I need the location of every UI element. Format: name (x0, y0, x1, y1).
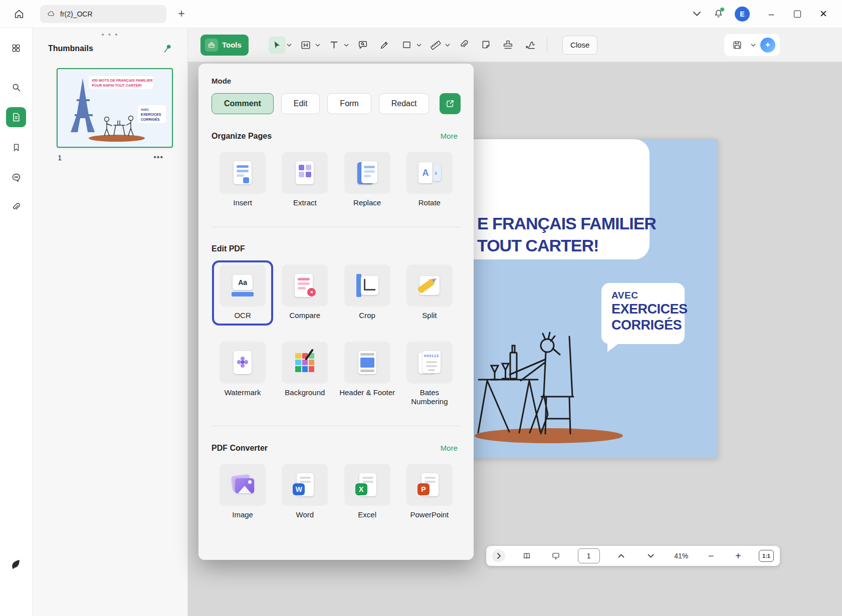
zoom-out-button[interactable]: − (705, 550, 718, 562)
book-icon (522, 550, 531, 561)
edit-pdf-grid: Aa OCR × Compare (212, 260, 461, 412)
reader-mode-button[interactable] (519, 548, 534, 563)
save-dropdown[interactable] (750, 37, 756, 54)
sticker-icon (481, 40, 491, 50)
sticker-tool-button[interactable] (478, 37, 495, 54)
pin-icon (163, 44, 173, 54)
attachment-tool-button[interactable] (456, 37, 473, 54)
previous-page-button[interactable] (614, 548, 629, 563)
pdf-converter-more-link[interactable]: More (438, 443, 461, 453)
signature-tool-button[interactable] (522, 37, 539, 54)
next-page-button[interactable] (643, 548, 658, 563)
organize-pages-grid: Insert Extract (212, 148, 461, 213)
rectangle-shape-icon (401, 40, 412, 50)
sticky-note-tool-button[interactable] (354, 37, 371, 54)
mode-comment-button[interactable]: Comment (212, 93, 274, 114)
text-tool-dropdown[interactable] (343, 37, 349, 54)
tool-header-footer[interactable]: Header & Footer (337, 338, 398, 412)
page-number-input[interactable] (578, 548, 600, 563)
excel-convert-icon: X (344, 464, 390, 506)
minimize-button[interactable]: – (760, 1, 783, 27)
sidebar-item-attachments[interactable] (6, 197, 26, 217)
app-logo-icon (10, 557, 23, 570)
sidebar-item-search[interactable] (6, 77, 26, 97)
topbar-right-group: E – ✕ (688, 1, 835, 27)
page-thumbnails-icon (11, 112, 21, 122)
tool-convert-image[interactable]: Image (212, 460, 273, 525)
expand-panel-button[interactable] (492, 549, 505, 562)
tool-ocr[interactable]: Aa OCR (212, 260, 273, 326)
tool-extract[interactable]: Extract (274, 148, 335, 213)
close-tools-button[interactable]: Close (562, 36, 597, 55)
pencil-tool-button[interactable] (376, 37, 393, 54)
account-avatar[interactable]: E (735, 7, 750, 22)
maximize-button[interactable] (786, 1, 809, 27)
main-toolbar: Tools (188, 28, 842, 62)
app-window: fr(2)_OCR + E – ✕ (0, 0, 842, 616)
highlight-tool-dropdown[interactable] (315, 37, 321, 54)
powerpoint-logo: P (417, 483, 430, 495)
tool-watermark[interactable]: Watermark (212, 338, 273, 412)
tool-bates-numbering[interactable]: 000123 Bates Numbering (399, 338, 460, 412)
zoom-in-button[interactable]: + (732, 550, 745, 562)
measure-tool-dropdown[interactable] (445, 37, 451, 54)
organize-pages-more-link[interactable]: More (438, 131, 461, 141)
thumb-badge-2: EXERCICES (141, 113, 161, 116)
sidebar-item-apps[interactable] (6, 38, 26, 58)
tool-convert-excel[interactable]: X Excel (337, 460, 398, 525)
tools-button[interactable]: Tools (200, 35, 249, 56)
stamp-tool-button[interactable] (500, 37, 517, 54)
mode-edit-button[interactable]: Edit (281, 93, 320, 114)
illustration-dinner-scene (471, 304, 626, 445)
text-tool-button[interactable] (326, 37, 343, 54)
close-window-button[interactable]: ✕ (812, 1, 835, 27)
tool-background[interactable]: Background (274, 338, 335, 412)
background-icon (282, 342, 328, 384)
document-tab[interactable]: fr(2)_OCR (40, 5, 166, 23)
thumbnail-options-button[interactable]: ••• (153, 153, 163, 162)
tool-split[interactable]: Split (399, 260, 460, 326)
edit-pdf-title: Edit PDF (212, 244, 245, 253)
tool-insert[interactable]: Insert (212, 148, 273, 213)
thumb-headline-2: POUR ENFIN TOUT CARTER! (92, 83, 142, 88)
home-button[interactable] (9, 4, 29, 24)
thumb-badge-3: CORRIGÉS (141, 117, 160, 121)
notifications-button[interactable] (709, 5, 728, 24)
apps-grid-icon (11, 43, 21, 53)
ai-spark-icon (764, 41, 772, 49)
sidebar-item-bookmarks[interactable] (6, 137, 26, 157)
sidebar-item-comments[interactable] (6, 167, 26, 187)
mode-form-button[interactable]: Form (327, 93, 371, 114)
actual-size-button[interactable]: 1:1 (759, 550, 774, 562)
save-button[interactable] (729, 37, 746, 54)
presentation-mode-button[interactable] (548, 548, 563, 563)
select-tool-button[interactable] (269, 37, 286, 54)
open-in-new-window-button[interactable] (440, 93, 461, 114)
tool-crop[interactable]: Crop (337, 260, 398, 326)
compare-icon: × (282, 264, 328, 306)
measure-tool-button[interactable] (427, 37, 444, 54)
tool-rotate[interactable]: A › Rotate (399, 148, 460, 213)
mode-redact-button[interactable]: Redact (379, 93, 430, 114)
shape-tool-button[interactable] (398, 37, 415, 54)
organize-pages-title: Organize Pages (212, 132, 272, 141)
tool-replace[interactable]: Replace (337, 148, 398, 213)
new-tab-button[interactable]: + (174, 7, 188, 21)
pin-panel-button[interactable] (160, 41, 175, 56)
sidebar-item-thumbnails[interactable] (6, 107, 26, 127)
thumbnails-title: Thumbnails (48, 44, 93, 53)
highlight-area-tool-button[interactable] (297, 37, 314, 54)
tool-convert-powerpoint[interactable]: P PowerPoint (399, 460, 460, 525)
tool-compare[interactable]: × Compare (274, 260, 335, 326)
panel-drag-handle[interactable]: • • • (101, 30, 118, 39)
select-tool-dropdown[interactable] (286, 37, 292, 54)
shape-tool-dropdown[interactable] (416, 37, 422, 54)
ai-assistant-button[interactable] (760, 38, 775, 53)
pdf-converter-title: PDF Converter (212, 444, 268, 453)
stamp-icon (503, 40, 513, 50)
page-thumbnail-1[interactable]: 450 MOTS DE FRANÇAIS FAMILIER POUR ENFIN… (57, 68, 173, 148)
chevron-right-icon (497, 553, 501, 559)
tab-list-button[interactable] (688, 5, 706, 23)
tool-convert-word[interactable]: W Word (274, 460, 335, 525)
ocr-icon: Aa (220, 264, 266, 306)
